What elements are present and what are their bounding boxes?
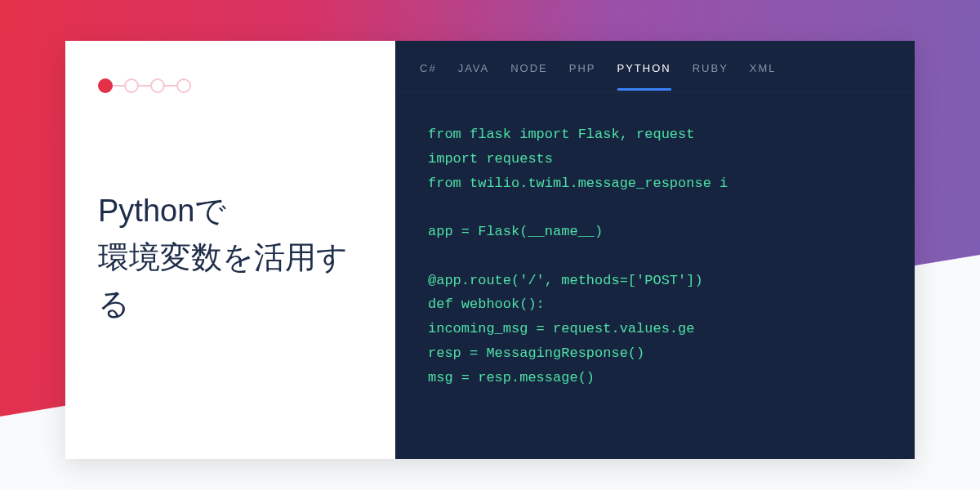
main-card: Pythonで 環境変数を活用する C# JAVA NODE PHP PYTHO… xyxy=(65,41,915,459)
progress-dots xyxy=(98,78,363,93)
dot-connector xyxy=(139,85,150,87)
dot-connector xyxy=(165,85,176,87)
code-block[interactable]: from flask import Flask, request import … xyxy=(395,93,915,419)
title-line-2: 環境変数を活用する xyxy=(98,234,363,327)
dot-connector xyxy=(113,85,124,87)
tab-csharp[interactable]: C# xyxy=(420,42,437,91)
dot-step-3 xyxy=(150,78,165,93)
title-line-1: Pythonで xyxy=(98,188,363,234)
tab-java[interactable]: JAVA xyxy=(458,42,490,91)
dot-step-4 xyxy=(176,78,191,93)
left-panel: Pythonで 環境変数を活用する xyxy=(65,41,395,459)
tab-ruby[interactable]: RUBY xyxy=(693,42,728,91)
tab-node[interactable]: NODE xyxy=(510,42,548,91)
dot-step-2 xyxy=(124,78,139,93)
tab-php[interactable]: PHP xyxy=(569,42,596,91)
page-title: Pythonで 環境変数を活用する xyxy=(98,188,363,327)
tab-python[interactable]: PYTHON xyxy=(617,42,671,91)
code-panel: C# JAVA NODE PHP PYTHON RUBY XML from fl… xyxy=(395,41,915,459)
dot-step-1 xyxy=(98,78,113,93)
language-tabs: C# JAVA NODE PHP PYTHON RUBY XML xyxy=(395,41,915,93)
tab-xml[interactable]: XML xyxy=(750,42,777,91)
